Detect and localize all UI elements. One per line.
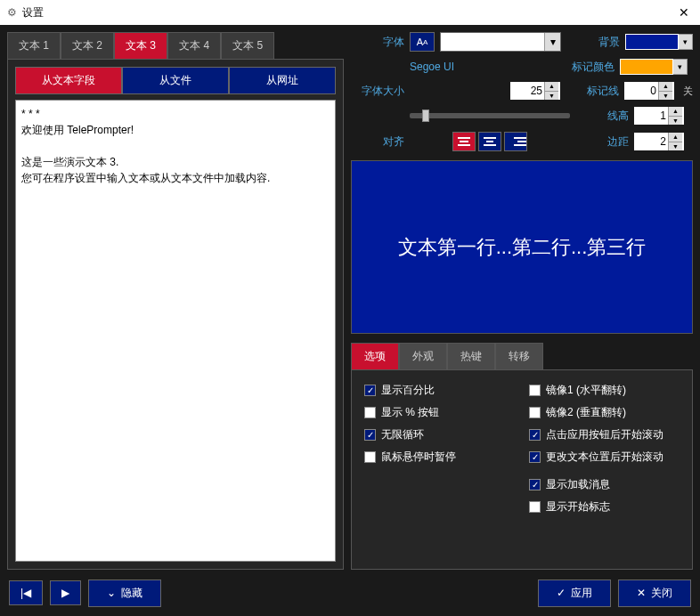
spin-up-icon[interactable]: ▲	[669, 107, 682, 117]
hide-button[interactable]: ⌄隐藏	[88, 580, 161, 607]
checkbox-icon[interactable]: ✓	[529, 479, 541, 490]
checkbox-icon[interactable]: ✓	[364, 429, 376, 441]
checkbox-icon[interactable]	[364, 407, 376, 418]
chk-mirror-h[interactable]: 镜像1 (水平翻转)	[529, 383, 680, 398]
chk-label: 镜像2 (垂直翻转)	[546, 405, 626, 420]
slider-thumb[interactable]	[422, 109, 429, 122]
spin-up-icon[interactable]: ▲	[545, 82, 558, 92]
checkbox-icon[interactable]: ✓	[364, 385, 376, 396]
checkbox-icon[interactable]	[529, 385, 541, 396]
apply-button[interactable]: ✓应用	[538, 580, 611, 607]
chk-show-load-msg[interactable]: ✓显示加载消息	[529, 477, 680, 492]
align-right-button[interactable]	[504, 132, 527, 151]
font-label: 字体	[351, 35, 404, 50]
tab-hotkeys[interactable]: 热键	[447, 343, 495, 369]
tab-text-2[interactable]: 文本 2	[61, 32, 114, 59]
marker-color-picker[interactable]: ▾	[620, 59, 688, 75]
spin-down-icon[interactable]: ▼	[669, 117, 682, 126]
chk-pause-hover[interactable]: 鼠标悬停时暂停	[364, 450, 515, 465]
checkbox-icon[interactable]: ✓	[529, 429, 541, 441]
left-panel: 文本 1 文本 2 文本 3 文本 4 文本 5 从文本字段 从文件 从网址 *…	[7, 32, 344, 570]
checkbox-icon[interactable]	[529, 501, 541, 513]
chk-scroll-on-change[interactable]: ✓更改文本位置后开始滚动	[529, 450, 680, 465]
chevron-down-icon[interactable]: ▾	[673, 59, 688, 75]
marker-line-input[interactable]	[624, 82, 658, 100]
play-icon: ▶	[61, 587, 69, 599]
chk-scroll-on-apply[interactable]: ✓点击应用按钮后开始滚动	[529, 427, 680, 442]
window-title: 设置	[22, 5, 675, 20]
gear-icon: ⚙	[7, 6, 17, 19]
font-size-input[interactable]	[510, 82, 544, 100]
chevron-down-icon[interactable]: ▾	[679, 34, 693, 50]
font-select-body[interactable]	[441, 33, 544, 51]
text-input[interactable]: * * * 欢迎使用 TelePrompter! 这是一些演示文本 3. 您可在…	[15, 100, 336, 562]
line-height-spinner[interactable]: ▲▼	[634, 107, 684, 125]
chk-label: 显示开始标志	[546, 499, 610, 515]
footer: |◀ ▶ ⌄隐藏 ✓应用 ✕关闭	[0, 577, 700, 609]
font-icon-button[interactable]: AA	[410, 32, 435, 52]
font-size-row: 字体大小 ▲▼ 标记线 ▲▼ 关	[351, 82, 693, 100]
source-from-file[interactable]: 从文件	[122, 67, 229, 94]
background-swatch[interactable]	[625, 34, 679, 50]
chk-label: 显示加载消息	[546, 477, 610, 492]
line-height-input[interactable]	[634, 107, 668, 125]
source-from-field[interactable]: 从文本字段	[15, 67, 122, 94]
marker-line-label: 标记线	[566, 84, 619, 99]
background-color-picker[interactable]: ▾	[625, 34, 693, 50]
preview-panel: 文本第一行...第二行...第三行	[351, 160, 693, 334]
chk-label: 镜像1 (水平翻转)	[546, 383, 626, 398]
font-size-spinner[interactable]: ▲▼	[510, 82, 560, 100]
close-label: 关闭	[651, 586, 672, 601]
tab-appearance[interactable]: 外观	[399, 343, 447, 369]
chk-mirror-v[interactable]: 镜像2 (垂直翻转)	[529, 405, 680, 420]
text-tabs: 文本 1 文本 2 文本 3 文本 4 文本 5	[7, 32, 344, 59]
marker-line-spinner[interactable]: ▲▼	[624, 82, 674, 100]
chk-show-start-mark[interactable]: 显示开始标志	[529, 499, 680, 515]
chk-label: 显示百分比	[381, 383, 435, 398]
chk-label: 鼠标悬停时暂停	[381, 450, 456, 465]
x-icon: ✕	[637, 587, 646, 599]
source-from-url[interactable]: 从网址	[229, 67, 336, 94]
align-row: 对齐 边距 ▲▼	[351, 132, 693, 151]
tab-text-5[interactable]: 文本 5	[221, 32, 274, 59]
align-center-button[interactable]	[478, 132, 501, 151]
option-tabs: 选项 外观 热键 转移	[351, 343, 693, 369]
checkbox-icon[interactable]	[529, 407, 541, 418]
font-size-slider[interactable]	[410, 113, 570, 118]
align-buttons	[410, 132, 570, 151]
chk-show-percent[interactable]: ✓显示百分比	[364, 383, 515, 398]
marker-color-swatch[interactable]	[620, 59, 673, 75]
margin-label: 边距	[575, 134, 629, 150]
tab-transfer[interactable]: 转移	[495, 343, 543, 369]
tab-text-3[interactable]: 文本 3	[114, 32, 167, 59]
apply-label: 应用	[571, 586, 592, 601]
checkbox-icon[interactable]: ✓	[529, 451, 541, 463]
chk-infinite-loop[interactable]: ✓无限循环	[364, 427, 515, 442]
spin-up-icon[interactable]: ▲	[669, 133, 682, 142]
font-row: 字体 AA ▾ 背景 ▾	[351, 32, 693, 52]
align-left-button[interactable]	[452, 132, 476, 151]
spin-down-icon[interactable]: ▼	[669, 142, 682, 151]
chk-show-percent-btn[interactable]: 显示 % 按钮	[364, 405, 515, 420]
tab-text-1[interactable]: 文本 1	[7, 32, 61, 59]
tab-options[interactable]: 选项	[351, 343, 399, 369]
close-icon[interactable]: ✕	[675, 5, 693, 20]
font-size-label: 字体大小	[351, 84, 404, 99]
play-button[interactable]: ▶	[50, 580, 81, 605]
font-select[interactable]: ▾	[440, 32, 561, 52]
chevron-down-icon: ⌄	[107, 587, 116, 599]
chk-label: 更改文本位置后开始滚动	[546, 450, 663, 465]
margin-spinner[interactable]: ▲▼	[634, 133, 684, 150]
rewind-button[interactable]: |◀	[9, 580, 43, 605]
tab-text-4[interactable]: 文本 4	[167, 32, 221, 59]
margin-input[interactable]	[634, 133, 668, 150]
checkbox-grid: ✓显示百分比 显示 % 按钮 ✓无限循环 鼠标悬停时暂停 镜像1 (水平翻转) …	[364, 383, 680, 515]
chevron-down-icon[interactable]: ▾	[544, 33, 560, 51]
spin-down-icon[interactable]: ▼	[659, 92, 672, 101]
marker-color-label: 标记颜色	[561, 60, 615, 75]
spin-down-icon[interactable]: ▼	[545, 92, 558, 101]
font-name-value: Segoe UI	[410, 61, 556, 73]
checkbox-icon[interactable]	[364, 451, 376, 463]
close-button[interactable]: ✕关闭	[618, 580, 691, 607]
spin-up-icon[interactable]: ▲	[659, 82, 672, 92]
